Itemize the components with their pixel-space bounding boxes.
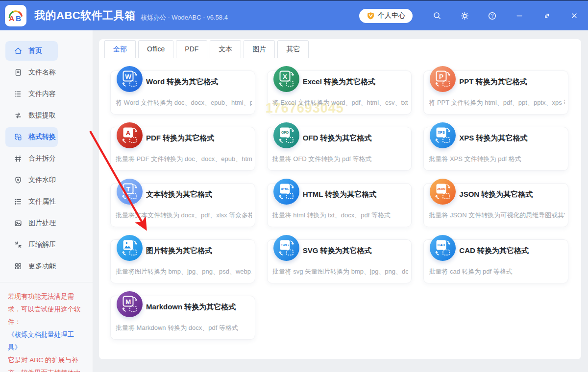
svg-text:T: T xyxy=(126,186,130,193)
sidebar-item-label: 文件属性 xyxy=(28,197,56,206)
svg-text:JSON: JSON xyxy=(437,187,445,190)
notice-line2: 它是对 ABC 的扩展与补充，软件界面支持简体中文和英语等多种语言、支持任务流连… xyxy=(8,356,81,372)
svg-text:CAD: CAD xyxy=(438,243,445,247)
card-cad-convert[interactable]: CADCAD 转换为其它格式批量将 cad 转换为 pdf 等格式 xyxy=(423,239,568,283)
card-title: 文本转换为其它格式 xyxy=(146,190,212,199)
card-title: HTML 转换为其它格式 xyxy=(303,190,377,199)
card-ofd-convert[interactable]: OFDOFD 转换为其它格式批量将 OFD 文件转换为 pdf 等格式 xyxy=(267,127,412,171)
main-panel: 全部OfficePDF文本图片其它 WWord 转换为其它格式将 Word 文件… xyxy=(99,39,581,359)
card-title: Markdown 转换为其它格式 xyxy=(146,302,236,312)
user-center-button[interactable]: 个人中心 xyxy=(359,9,413,23)
svg-text:HTML: HTML xyxy=(281,187,289,190)
pdf-convert-icon: A xyxy=(117,122,143,148)
tab-PDF[interactable]: PDF xyxy=(176,40,207,58)
titlebar: A B 我的ABC软件工具箱 核烁办公 - WodeABC - v6.58.4 … xyxy=(0,0,588,30)
sidebar-item-home[interactable]: 首页 xyxy=(5,41,58,61)
sidebar-item-label: 文件名称 xyxy=(28,68,56,77)
svg-convert-icon: SVG xyxy=(273,235,299,261)
card-excel-convert[interactable]: XExcel 转换为其它格式将 Excel 文件转换为 word、pdf、htm… xyxy=(267,70,412,115)
ofd-convert-icon: OFD xyxy=(273,122,299,148)
card-html-convert[interactable]: HTMLHTML 转换为其它格式批量将 html 转换为 txt、docx、pd… xyxy=(267,183,412,227)
card-description: 批量将 OFD 文件转换为 pdf 等格式 xyxy=(272,155,409,163)
svg-text:P: P xyxy=(439,73,443,80)
sidebar: 首页文件名称文件内容数据提取格式转换合并拆分文件水印文件属性图片处理压缩解压更多… xyxy=(0,30,93,372)
card-svg-convert[interactable]: SVGSVG 转换为其它格式批量将 svg 矢量图片转换为 bmp、jpg、pn… xyxy=(267,239,412,283)
card-title: XPS 转换为其它格式 xyxy=(459,134,527,143)
sidebar-item-label: 文件内容 xyxy=(28,90,56,98)
card-pdf-convert[interactable]: APDF 转换为其它格式批量将 PDF 文件转换为 doc、docx、epub、… xyxy=(110,127,255,171)
xps-convert-icon: XPS xyxy=(430,122,456,148)
sidebar-item-label: 压缩解压 xyxy=(28,240,56,249)
svg-text:W: W xyxy=(125,73,131,80)
json-convert-icon: JSON xyxy=(430,179,456,205)
sidebar-item-label: 图片处理 xyxy=(28,219,56,228)
svg-text:?: ? xyxy=(490,13,493,19)
tab-图片[interactable]: 图片 xyxy=(244,40,275,58)
card-title: 图片转换为其它格式 xyxy=(146,246,212,256)
card-title: Word 转换为其它格式 xyxy=(146,77,218,87)
sidebar-item-label: 格式转换 xyxy=(28,133,56,141)
card-text-convert[interactable]: T文本转换为其它格式批量将文本文件转换为 docx、pdf、xlsx 等众多格式 xyxy=(110,183,255,227)
settings-gear-icon[interactable] xyxy=(451,0,478,31)
compress-icon xyxy=(14,240,23,249)
app-logo-icon: A B xyxy=(5,5,26,26)
sidebar-item-convert[interactable]: 格式转换 xyxy=(5,127,58,147)
notice-link[interactable]: 《核烁文档批量处理工具》 xyxy=(8,328,86,354)
svg-text:XPS: XPS xyxy=(438,130,445,135)
sidebar-item-filename[interactable]: 文件名称 xyxy=(5,63,58,82)
maximize-button[interactable] xyxy=(533,0,561,31)
card-description: 批量将 JSON 文件转换为可视化的思维导图或其它格式 xyxy=(429,211,565,220)
watermark-icon xyxy=(14,176,23,185)
vip-shield-icon xyxy=(367,12,375,20)
convert-icon xyxy=(14,133,23,141)
tab-文本[interactable]: 文本 xyxy=(210,40,241,58)
app-title: 我的ABC软件工具箱 xyxy=(34,8,136,23)
user-center-label: 个人中心 xyxy=(378,11,405,20)
card-description: 将 PPT 文件转换为 html、pdf、ppt、pptx、xps 等格式 xyxy=(429,98,565,107)
sidebar-item-extract[interactable]: 数据提取 xyxy=(5,106,58,125)
card-title: PPT 转换为其它格式 xyxy=(459,77,527,87)
sidebar-item-more[interactable]: 更多功能 xyxy=(5,256,58,276)
svg-text:M: M xyxy=(125,298,131,305)
sidebar-item-content[interactable]: 文件内容 xyxy=(5,84,58,104)
extract-icon xyxy=(14,111,23,120)
sidebar-divider xyxy=(0,282,93,282)
svg-text:SVG: SVG xyxy=(281,243,289,247)
sidebar-item-watermark[interactable]: 文件水印 xyxy=(5,170,58,190)
sidebar-item-label: 首页 xyxy=(28,46,42,55)
card-description: 批量将图片转换为 bmp、jpg、png、psd、webp、gif 等 xyxy=(116,267,252,276)
svg-text:B: B xyxy=(16,14,21,23)
sidebar-item-compress[interactable]: 压缩解压 xyxy=(5,235,58,255)
tab-Office[interactable]: Office xyxy=(138,40,173,58)
sidebar-item-props[interactable]: 文件属性 xyxy=(5,192,58,211)
card-json-convert[interactable]: JSONJSON 转换为其它格式批量将 JSON 文件转换为可视化的思维导图或其… xyxy=(423,183,568,227)
card-image-convert[interactable]: 图片转换为其它格式批量将图片转换为 bmp、jpg、png、psd、webp、g… xyxy=(110,239,255,283)
help-icon[interactable]: ? xyxy=(478,0,506,31)
card-xps-convert[interactable]: XPSXPS 转换为其它格式批量将 XPS 文件转换为 pdf 格式 xyxy=(423,127,568,171)
minimize-button[interactable] xyxy=(506,0,533,31)
category-tabs: 全部OfficePDF文本图片其它 xyxy=(99,39,581,58)
card-description: 批量将 PDF 文件转换为 doc、docx、epub、html、图片等 xyxy=(116,155,252,163)
card-title: OFD 转换为其它格式 xyxy=(303,134,372,143)
tab-其它[interactable]: 其它 xyxy=(277,40,309,58)
card-markdown-convert[interactable]: MMarkdown 转换为其它格式批量将 Markdown 转换为 docx、p… xyxy=(110,296,255,340)
card-description: 批量将 Markdown 转换为 docx、pdf 等格式 xyxy=(116,324,252,332)
merge-icon xyxy=(14,154,23,163)
svg-text:A: A xyxy=(126,130,130,137)
svg-text:A: A xyxy=(9,14,14,23)
card-title: CAD 转换为其它格式 xyxy=(459,246,529,256)
close-button[interactable] xyxy=(561,0,588,31)
imageproc-icon xyxy=(14,219,23,228)
content-icon xyxy=(14,90,23,98)
card-title: JSON 转换为其它格式 xyxy=(459,190,533,199)
search-icon[interactable] xyxy=(423,0,451,31)
sidebar-item-imageproc[interactable]: 图片处理 xyxy=(5,213,58,233)
text-convert-icon: T xyxy=(117,179,143,205)
props-icon xyxy=(14,197,23,206)
card-ppt-convert[interactable]: PPPT 转换为其它格式将 PPT 文件转换为 html、pdf、ppt、ppt… xyxy=(423,70,568,115)
more-icon xyxy=(14,262,23,271)
card-word-convert[interactable]: WWord 转换为其它格式将 Word 文件转换为 doc、docx、epub、… xyxy=(110,70,255,115)
tab-全部[interactable]: 全部 xyxy=(104,40,136,58)
sidebar-item-merge[interactable]: 合并拆分 xyxy=(5,149,58,168)
html-convert-icon: HTML xyxy=(273,179,299,205)
